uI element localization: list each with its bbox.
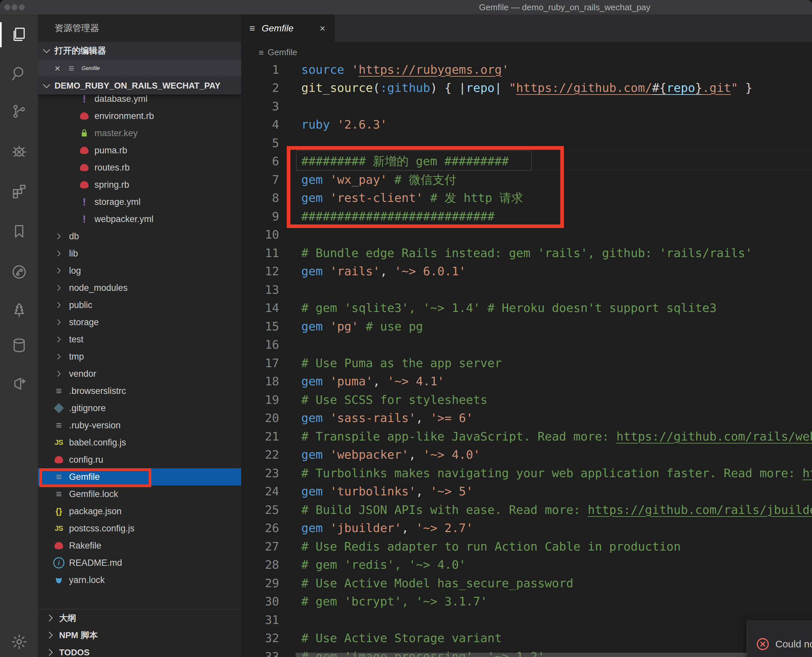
code-line-1[interactable]: 1source 'https://rubygems.org' <box>241 63 812 79</box>
code-line-2[interactable]: 2git_source(:github) { |repo| "https://g… <box>241 79 812 97</box>
debug-icon[interactable] <box>0 136 38 168</box>
code-line-14[interactable]: 14# gem 'sqlite3', '~> 1.4' # Heroku doe… <box>241 299 812 317</box>
tree-item-vendor[interactable]: vendor <box>38 365 241 382</box>
tree-item-node_modules[interactable]: node_modules <box>38 279 241 296</box>
code-line-7[interactable]: 7gem 'wx_pay' # 微信支付 <box>241 171 812 189</box>
tab-bar: ≡ Gemfile × <box>241 14 812 42</box>
tree-item-.ruby-version[interactable]: ≡.ruby-version <box>38 417 241 434</box>
tree-item-label: Gemfile.lock <box>69 489 118 499</box>
tab-close-icon[interactable]: × <box>320 23 325 34</box>
code-line-6[interactable]: 6######### 新增的 gem ######### <box>241 152 812 171</box>
sidebar-section-TODOS[interactable]: TODOS <box>38 644 241 657</box>
breadcrumb-item[interactable]: Gemfile <box>268 47 297 58</box>
code-line-32[interactable]: 32# Use Active Storage variant <box>241 629 812 648</box>
code-line-23[interactable]: 23# Turbolinks makes navigating your web… <box>241 464 812 483</box>
code-line-31[interactable]: 31 <box>241 611 812 629</box>
code-line-3[interactable]: 3 <box>241 97 812 116</box>
zoom-window-button[interactable] <box>19 4 25 10</box>
explorer-icon[interactable] <box>0 19 38 51</box>
notification-toast[interactable]: Could not <box>747 621 812 657</box>
code-line-16[interactable]: 16 <box>241 335 812 354</box>
tree-item-spring.rb[interactable]: spring.rb <box>38 176 241 193</box>
tree-item-puma.rb[interactable]: puma.rb <box>38 142 241 159</box>
tree-item-public[interactable]: public <box>38 296 241 314</box>
line-number: 20 <box>241 409 279 427</box>
tree-item-README.md[interactable]: iREADME.md <box>38 554 241 571</box>
tree-item-master.key[interactable]: master.key <box>38 125 241 142</box>
code-line-24[interactable]: 24gem 'turbolinks', '~> 5' <box>241 482 812 501</box>
settings-gear-icon[interactable] <box>0 626 38 657</box>
breadcrumb[interactable]: ≡ Gemfile <box>241 42 812 63</box>
line-number: 24 <box>241 482 279 501</box>
code-editor[interactable]: 1source 'https://rubygems.org'2git_sourc… <box>241 63 812 657</box>
tree-item-webpacker.yml[interactable]: !webpacker.yml <box>38 210 241 228</box>
tree-item-storage.yml[interactable]: !storage.yml <box>38 193 241 210</box>
tree-item-babel.config.js[interactable]: JSbabel.config.js <box>38 434 241 451</box>
code-line-4[interactable]: 4ruby '2.6.3' <box>241 115 812 134</box>
code-line-11[interactable]: 11# Bundle edge Rails instead: gem 'rail… <box>241 244 812 262</box>
open-editors-section-header[interactable]: 打开的编辑器 <box>38 42 241 59</box>
tree-item-routes.rb[interactable]: routes.rb <box>38 159 241 176</box>
code-line-19[interactable]: 19# Use SCSS for stylesheets <box>241 391 812 409</box>
file-icon: ≡ <box>66 63 77 74</box>
tree-item-database.yml[interactable]: !database.yml <box>38 95 241 107</box>
extensions-icon[interactable] <box>0 175 38 207</box>
code-line-29[interactable]: 29# Use Active Model has_secure_password <box>241 574 812 593</box>
open-editor-item-gemfile[interactable]: × ≡ Gemfile <box>38 59 241 77</box>
tree-item-.browserslistrc[interactable]: ≡.browserslistrc <box>38 382 241 400</box>
tree-item-tmp[interactable]: tmp <box>38 348 241 365</box>
sidebar-section-大纲[interactable]: 大纲 <box>38 609 241 627</box>
code-line-13[interactable]: 13 <box>241 280 812 299</box>
error-icon <box>756 637 770 651</box>
code-line-15[interactable]: 15gem 'pg' # use pg <box>241 317 812 336</box>
tree-item-storage[interactable]: storage <box>38 314 241 331</box>
tree-item-.gitignore[interactable]: .gitignore <box>38 400 241 417</box>
database-icon[interactable] <box>0 330 38 361</box>
line-number: 18 <box>241 372 279 391</box>
code-line-28[interactable]: 28# gem 'redis', '~> 4.0' <box>241 556 812 574</box>
code-line-25[interactable]: 25# Build JSON APIs with ease. Read more… <box>241 501 812 519</box>
tree-item-lib[interactable]: lib <box>38 245 241 262</box>
tree-item-config.ru[interactable]: config.ru <box>38 451 241 468</box>
code-line-17[interactable]: 17# Use Puma as the app server <box>241 354 812 372</box>
line-number: 16 <box>241 335 279 354</box>
tree-item-yarn.lock[interactable]: yarn.lock <box>38 571 241 588</box>
tree-item-log[interactable]: log <box>38 262 241 279</box>
code-line-10[interactable]: 10 <box>241 226 812 244</box>
tree-item-postcss.config.js[interactable]: JSpostcss.config.js <box>38 520 241 537</box>
source-control-icon[interactable] <box>0 95 38 127</box>
tree-item-label: .browserslistrc <box>69 386 126 396</box>
code-line-5[interactable]: 5 <box>241 134 812 153</box>
tree-item-package.json[interactable]: {}package.json <box>38 503 241 520</box>
tree-item-db[interactable]: db <box>38 228 241 245</box>
code-line-8[interactable]: 8gem 'rest-client' # 发 http 请求 <box>241 189 812 207</box>
code-line-22[interactable]: 22gem 'webpacker', '~> 4.0' <box>241 445 812 464</box>
code-line-18[interactable]: 18gem 'puma', '~> 4.1' <box>241 372 812 391</box>
code-line-9[interactable]: 9########################### <box>241 207 812 226</box>
tab-gemfile[interactable]: ≡ Gemfile × <box>241 14 335 42</box>
minimize-window-button[interactable] <box>12 4 17 10</box>
line-number: 1 <box>241 63 279 79</box>
code-line-12[interactable]: 12gem 'rails', '~> 6.0.1' <box>241 262 812 280</box>
close-window-button[interactable] <box>4 4 10 10</box>
code-line-20[interactable]: 20gem 'sass-rails', '>= 6' <box>241 409 812 427</box>
close-icon[interactable]: × <box>54 63 66 74</box>
line-number: 4 <box>241 115 279 134</box>
sidebar-section-NPM-脚本[interactable]: NPM 脚本 <box>38 627 241 644</box>
tree-item-Gemfile.lock[interactable]: ≡Gemfile.lock <box>38 486 241 503</box>
bookmarks-icon[interactable] <box>0 215 38 247</box>
search-icon[interactable] <box>0 58 38 89</box>
tree-item-Rakefile[interactable]: Rakefile <box>38 537 241 554</box>
tree-item-test[interactable]: test <box>38 331 241 348</box>
project-section-header[interactable]: DEMO_RUBY_ON_RAILS_WECHAT_PAY <box>38 77 241 95</box>
code-line-27[interactable]: 27# Use Redis adapter to run Action Cabl… <box>241 537 812 556</box>
tree-item-Gemfile[interactable]: ≡Gemfile <box>38 468 241 486</box>
todo-tree-icon[interactable] <box>0 294 38 326</box>
tree-item-environment.rb[interactable]: environment.rb <box>38 107 241 125</box>
share-icon[interactable] <box>0 367 38 399</box>
code-line-26[interactable]: 26gem 'jbuilder', '~> 2.7' <box>241 519 812 537</box>
code-line-21[interactable]: 21# Transpile app-like JavaScript. Read … <box>241 427 812 446</box>
gitlens-icon[interactable] <box>0 256 38 288</box>
horizontal-scrollbar[interactable] <box>296 653 812 657</box>
code-line-30[interactable]: 30# gem 'bcrypt', '~> 3.1.7' <box>241 592 812 611</box>
